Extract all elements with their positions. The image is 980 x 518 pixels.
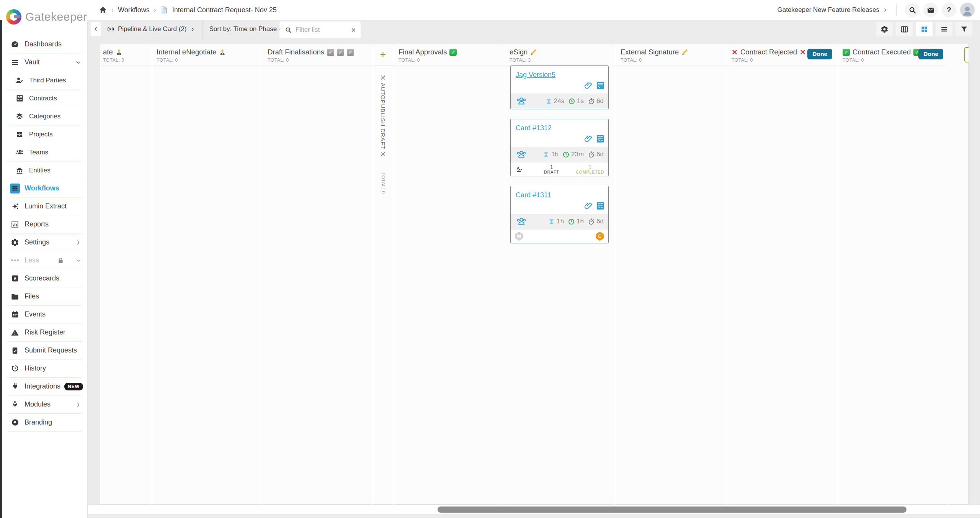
sidebar-item-branding[interactable]: Branding bbox=[2, 413, 87, 431]
green-check-emoji: ✓ bbox=[843, 49, 850, 56]
horizontal-scrollbar bbox=[88, 504, 980, 514]
page-title: Internal Contract Request- Nov 25 bbox=[172, 6, 277, 14]
feature-releases-link[interactable]: Gatekeeper New Feature Releases bbox=[777, 6, 888, 14]
board-toolbar: Pipeline & Live Card (2) Sort by: Time o… bbox=[88, 20, 980, 38]
attachment-icon[interactable] bbox=[584, 81, 593, 90]
sidebar-item-vault[interactable]: Vault bbox=[2, 53, 87, 71]
document-icon bbox=[160, 6, 168, 14]
sidebar-item-teams[interactable]: Teams bbox=[2, 143, 87, 161]
header-actions: Gatekeeper New Feature Releases ? bbox=[777, 0, 975, 20]
sidebar-item-reports[interactable]: Reports bbox=[2, 215, 87, 233]
active-time: 23m bbox=[562, 151, 584, 158]
card-title-link[interactable]: Card #1312 bbox=[511, 119, 608, 133]
card-badges-row: M C bbox=[511, 229, 608, 243]
time-on-phase: 1h bbox=[548, 218, 564, 225]
stopwatch-icon bbox=[588, 98, 595, 105]
attachment-icon[interactable] bbox=[584, 201, 593, 210]
broadcast-icon bbox=[107, 25, 114, 33]
branding-circle-icon bbox=[10, 418, 20, 428]
storage-box-icon bbox=[15, 130, 24, 139]
sidebar-item-third-parties[interactable]: Third Parties bbox=[2, 71, 87, 89]
draft-counter: 1 DRAFT bbox=[544, 164, 559, 174]
assignees-icon bbox=[515, 149, 528, 159]
stopwatch-icon bbox=[588, 218, 595, 225]
sidebar-item-entities[interactable]: Entities bbox=[2, 161, 87, 179]
sidebar-item-workflows[interactable]: Workflows bbox=[2, 179, 87, 197]
sidebar-item-modules[interactable]: Modules bbox=[2, 395, 87, 413]
card-title-link[interactable]: Jag Version5 bbox=[511, 66, 608, 80]
cubes-icon bbox=[10, 400, 20, 410]
green-check-emoji: ✓ bbox=[449, 49, 457, 56]
new-badge: NEW bbox=[64, 383, 83, 390]
star-card-icon bbox=[10, 274, 20, 284]
sidebar-item-integrations[interactable]: Integrations NEW bbox=[2, 377, 87, 395]
contract-file-icon[interactable] bbox=[596, 81, 604, 90]
back-button[interactable] bbox=[91, 22, 101, 36]
phase-header: Draft Finalisations ✓ ✓ ✓ TOTAL: 0 bbox=[262, 44, 373, 66]
phase-column-autopublish-draft: + AUTOPUBLISH DRAFT TOTAL: 0 bbox=[373, 44, 393, 504]
scrollbar-thumb[interactable] bbox=[438, 507, 906, 513]
phase-column-contract-rejected: Contract Rejected TOTAL: 0 Done bbox=[726, 44, 837, 504]
columns-view-button[interactable] bbox=[896, 22, 913, 36]
contract-badge: C bbox=[596, 232, 604, 241]
workflow-card[interactable]: Card #1312 1h 23m 6d bbox=[510, 119, 609, 176]
grid-view-button[interactable] bbox=[916, 22, 933, 36]
messages-button[interactable] bbox=[923, 3, 938, 17]
collapsed-phase-title[interactable]: AUTOPUBLISH DRAFT TOTAL: 0 bbox=[380, 72, 386, 194]
phase-header: eSign TOTAL: 3 bbox=[504, 44, 615, 66]
sidebar-item-scorecards[interactable]: Scorecards bbox=[2, 269, 87, 287]
filter-tab bbox=[279, 21, 361, 38]
sidebar-item-categories[interactable]: Categories bbox=[2, 107, 87, 125]
filter-button[interactable] bbox=[956, 22, 972, 36]
card-title-link[interactable]: Card #1311 bbox=[511, 186, 608, 200]
plug-icon bbox=[10, 382, 20, 392]
gatekeeper-logo[interactable]: Gatekeeper bbox=[6, 9, 87, 25]
contract-file-icon[interactable] bbox=[596, 134, 604, 143]
board-settings-button[interactable] bbox=[876, 22, 893, 36]
folder-icon bbox=[10, 292, 20, 302]
list-view-button[interactable] bbox=[936, 22, 952, 36]
contract-file-icon[interactable] bbox=[596, 202, 604, 210]
hourglass-icon bbox=[548, 218, 555, 225]
bar-chart-icon bbox=[10, 220, 20, 229]
sidebar-item-events[interactable]: Events bbox=[2, 305, 87, 323]
tools-emoji bbox=[380, 75, 386, 80]
sidebar-item-settings[interactable]: Settings bbox=[2, 233, 87, 251]
kanban-board: ate TOTAL: 0 Internal eNegotiate TOTAL: … bbox=[100, 44, 969, 504]
sidebar-item-submit-requests[interactable]: Submit Requests bbox=[2, 341, 87, 359]
workflow-card[interactable]: Card #1311 1h 1h 6d M C bbox=[510, 186, 609, 243]
attachment-icon[interactable] bbox=[584, 134, 593, 143]
clear-filter-icon[interactable] bbox=[351, 28, 356, 33]
avatar[interactable] bbox=[960, 3, 975, 17]
help-button[interactable]: ? bbox=[942, 3, 956, 17]
workflow-card[interactable]: Jag Version5 24s 1s 6d bbox=[510, 66, 609, 109]
sidebar-item-dashboards[interactable]: Dashboards bbox=[2, 35, 87, 53]
active-time: 1h bbox=[568, 218, 584, 225]
sidebar-item-risk-register[interactable]: Risk Register bbox=[2, 323, 87, 341]
phase-total: TOTAL: 0 bbox=[157, 57, 256, 63]
sidebar-item-lumin-extract[interactable]: Lumin Extract bbox=[2, 197, 87, 215]
bank-icon bbox=[15, 166, 24, 175]
chevron-right-icon bbox=[75, 402, 81, 407]
filter-input[interactable] bbox=[296, 26, 344, 34]
phase-total: TOTAL: 0 bbox=[103, 57, 145, 63]
phase-column-partial bbox=[948, 44, 969, 504]
home-icon[interactable] bbox=[99, 6, 107, 14]
assignees-icon bbox=[515, 96, 528, 106]
sidebar-item-projects[interactable]: Projects bbox=[2, 125, 87, 143]
sidebar-item-history[interactable]: History bbox=[2, 359, 87, 377]
chevron-right-icon bbox=[190, 27, 195, 32]
search-button[interactable] bbox=[905, 3, 920, 17]
phase-total: TOTAL: 0 bbox=[381, 172, 386, 194]
add-card-button[interactable]: + bbox=[373, 44, 393, 66]
sidebar-item-files[interactable]: Files bbox=[2, 287, 87, 305]
pipeline-selector[interactable]: Pipeline & Live Card (2) bbox=[107, 25, 195, 33]
done-badge: Done bbox=[918, 49, 943, 59]
sidebar-item-contracts[interactable]: Contracts bbox=[2, 89, 87, 107]
card-stats-row: 24s 1s 6d bbox=[511, 93, 608, 109]
add-phase-button[interactable] bbox=[964, 47, 969, 62]
sidebar-item-less[interactable]: Less bbox=[2, 251, 87, 269]
breadcrumb-workflows[interactable]: Workflows bbox=[118, 6, 150, 14]
layers-icon bbox=[15, 111, 24, 121]
writing-hand-emoji bbox=[530, 49, 537, 56]
